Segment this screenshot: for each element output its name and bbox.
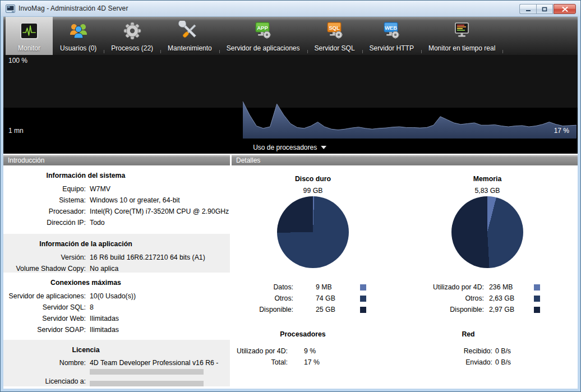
- memory-legend-swatch: [534, 307, 540, 313]
- panel-introduccion-header: Introducción: [3, 155, 230, 165]
- cpu-row-value: 9 %: [304, 347, 316, 355]
- memory-total: 5,83 GB: [406, 187, 569, 195]
- tab-mantenimiento-label: Mantenimiento: [168, 44, 212, 52]
- tab-mantenimiento[interactable]: Mantenimiento: [160, 17, 219, 55]
- info-row: Procesador:Intel(R) Core(TM) i7-3520M CP…: [3, 206, 230, 217]
- disk-legend-swatch: [360, 307, 366, 313]
- sql-server-icon: SQL: [324, 20, 346, 43]
- info-row: Equipo:W7MV: [3, 183, 230, 195]
- network-section-heading: Red: [404, 330, 533, 338]
- cpu-row-value: 17 %: [304, 358, 320, 366]
- tab-usuarios-label: Usuarios (0): [60, 44, 96, 52]
- redacted-license-name: [90, 369, 204, 375]
- disk-chart-title: Disco duro: [232, 175, 394, 183]
- tab-servidor-sql[interactable]: SQL Servidor SQL: [307, 17, 362, 55]
- svg-text:WEB: WEB: [385, 25, 397, 31]
- memory-legend-swatch: [534, 284, 540, 290]
- cpu-usage-graph: 100 % 1 mn 17 % Uso de procesadores: [3, 55, 578, 154]
- app-window: InvoMag - Administración 4D Server Monit…: [0, 0, 581, 392]
- disk-pie-chart: [277, 196, 349, 268]
- users-icon: [67, 20, 90, 43]
- memory-legend-label: Utilizado por 4D:: [433, 283, 484, 291]
- svg-text:APP: APP: [257, 25, 268, 31]
- app-server-icon: APP: [252, 20, 274, 43]
- info-panels: Introducción Información del sistema Equ…: [3, 154, 578, 389]
- maximize-button[interactable]: [536, 4, 553, 14]
- main-toolbar: Monitor Usuarios (0): [3, 17, 578, 55]
- info-row: Nombre: 4D Team Developer Professional v…: [3, 358, 230, 375]
- panel-introduccion-body: Información del sistema Equipo:W7MV Sist…: [3, 165, 230, 389]
- network-row-label: Enviado:: [465, 358, 492, 366]
- monitor-icon: [19, 20, 40, 43]
- tab-monitor[interactable]: Monitor: [6, 17, 53, 55]
- section-heading: Información de la aplicación: [3, 239, 168, 248]
- tab-procesos[interactable]: Procesos (22): [104, 17, 160, 55]
- network-row-value: 0 B/s: [495, 347, 511, 355]
- tab-servidor-http[interactable]: WEB Servidor HTTP: [362, 17, 421, 55]
- tab-servidor-aplicaciones[interactable]: APP Servidor de aplicaciones: [219, 17, 307, 55]
- memory-legend-value: 2,63 GB: [489, 294, 514, 302]
- disk-legend-swatch: [360, 284, 366, 290]
- minimize-button[interactable]: [519, 4, 536, 14]
- window-title: InvoMag - Administración 4D Server: [19, 4, 128, 12]
- disk-legend-label: Disponible:: [259, 306, 293, 313]
- graph-current-value: 17 %: [554, 127, 569, 135]
- tab-usuarios[interactable]: Usuarios (0): [53, 17, 104, 55]
- graph-ymax-label: 100 %: [8, 57, 27, 64]
- panel-detalles-body: Disco duro 99 GB Datos: 9 MB Otros: 74 G…: [232, 165, 578, 389]
- disk-legend-label: Datos:: [273, 283, 293, 291]
- cpu-section-heading: Procesadores: [232, 330, 374, 338]
- cpu-row-label: Utilizado por 4D:: [237, 347, 288, 355]
- web-server-icon: WEB: [380, 20, 403, 43]
- info-row: Volume Shadow Copy:No aplica: [3, 263, 230, 274]
- titlebar[interactable]: InvoMag - Administración 4D Server: [1, 1, 580, 16]
- memory-legend-swatch: [534, 296, 540, 302]
- memory-legend-value: 2,97 GB: [489, 306, 514, 313]
- tab-monitor-tiempo-real-label: Monitor en tiempo real: [428, 44, 495, 52]
- graph-metric-selector-label: Uso de procesadores: [253, 144, 317, 151]
- realtime-monitor-icon: [451, 20, 473, 43]
- info-row: Servidor de aplicaciones:10(0 Usado(s)): [3, 290, 230, 302]
- app-icon: [6, 4, 15, 13]
- memory-legend-value: 236 MB: [489, 283, 513, 291]
- cpu-row-label: Total:: [271, 358, 288, 366]
- info-row: Servidor SQL:8: [3, 302, 230, 313]
- disk-legend-swatch: [360, 296, 366, 302]
- section-heading: Licencia: [3, 345, 168, 354]
- close-button[interactable]: [554, 4, 576, 14]
- info-row: Servidor SOAP:Ilimitadas: [3, 324, 230, 335]
- memory-chart-title: Memoria: [406, 175, 569, 183]
- disk-legend-value: 25 GB: [316, 306, 335, 313]
- window-controls: [519, 4, 576, 14]
- network-row-label: Recibido:: [464, 347, 492, 355]
- tab-procesos-label: Procesos (22): [111, 44, 153, 52]
- window-frame: Monitor Usuarios (0): [1, 16, 580, 391]
- memory-legend-label: Otros:: [465, 294, 484, 302]
- disk-legend-value: 74 GB: [316, 294, 335, 302]
- disk-total: 99 GB: [232, 187, 394, 195]
- disk-legend-value: 9 MB: [316, 283, 332, 291]
- info-row: Sistema:Windows 10 or greater, 64-bit: [3, 195, 230, 206]
- panel-detalles: Detalles Disco duro 99 GB Datos: 9 MB Ot…: [232, 155, 578, 389]
- graph-timespan-label: 1 mn: [8, 127, 24, 135]
- tab-monitor-label: Monitor: [18, 44, 40, 52]
- section-informacion-sistema: Información del sistema Equipo:W7MV Sist…: [3, 165, 230, 234]
- graph-metric-selector[interactable]: Uso de procesadores: [253, 144, 326, 151]
- tab-servidor-sql-label: Servidor SQL: [315, 44, 355, 52]
- memory-pie-chart: [451, 196, 523, 268]
- section-licencia: Licencia Nombre: 4D Team Developer Profe…: [3, 340, 230, 386]
- section-heading: Información del sistema: [3, 171, 168, 180]
- tools-icon: [178, 20, 201, 43]
- info-row: Dirección IP:Todo: [3, 217, 230, 228]
- redacted-licensee: [90, 381, 204, 386]
- panel-detalles-header: Detalles: [232, 155, 578, 165]
- info-row: Versión:16 R6 build 16R6.217210 64 bits …: [3, 252, 230, 263]
- gear-icon: [121, 20, 144, 43]
- window-content: Monitor Usuarios (0): [3, 16, 578, 389]
- section-conexiones-maximas: Conexiones máximas Servidor de aplicacio…: [3, 273, 230, 340]
- tab-monitor-tiempo-real[interactable]: Monitor en tiempo real: [421, 17, 502, 55]
- tab-servidor-http-label: Servidor HTTP: [370, 44, 414, 52]
- info-row: Licenciado a:: [3, 375, 230, 388]
- disk-legend-label: Otros:: [275, 294, 293, 302]
- svg-text:SQL: SQL: [329, 25, 340, 31]
